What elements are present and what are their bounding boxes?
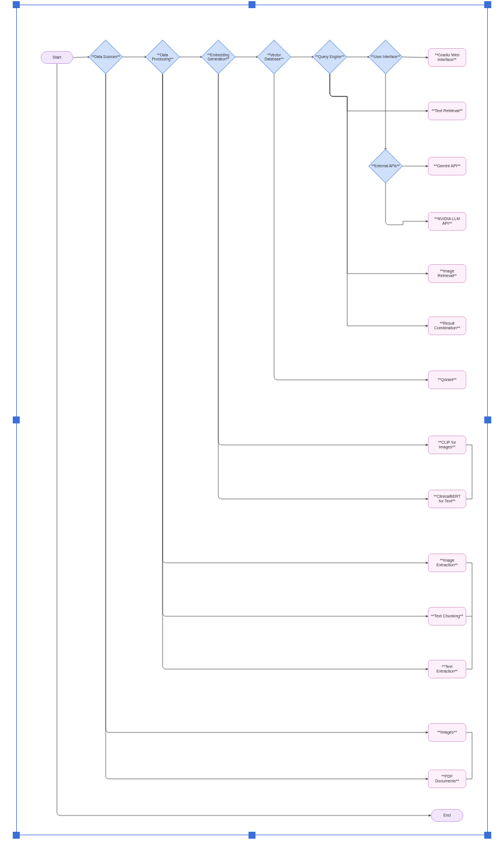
node-label: **Embedding Generation** <box>203 53 234 61</box>
node-label: Start <box>53 55 62 60</box>
node-label: **Result Combination** <box>431 321 463 331</box>
node-data_processing[interactable]: **Data Processing** <box>147 41 178 73</box>
handle-nw[interactable] <box>13 1 20 8</box>
node-label: **Text Chunking** <box>431 614 463 619</box>
node-label: **External APIs** <box>370 164 401 168</box>
node-label: **Images** <box>437 730 457 735</box>
node-label: **Query Engine** <box>314 55 345 59</box>
node-vector_db[interactable]: **Vector Database** <box>258 41 290 73</box>
node-label: **CLIP for Images** <box>431 440 463 450</box>
handle-n[interactable] <box>249 1 255 8</box>
handle-s[interactable] <box>249 832 255 839</box>
handle-ne[interactable] <box>484 1 491 8</box>
node-label: End <box>444 813 451 818</box>
node-label: **Data Processing** <box>147 53 178 61</box>
node-label: **User Interface** <box>370 55 401 59</box>
node-label: **PDF Documents** <box>431 774 463 784</box>
node-label: **Qdrant** <box>438 378 456 382</box>
node-label: **Gradio Web Interface** <box>431 53 463 63</box>
selection-frame <box>16 5 488 835</box>
handle-se[interactable] <box>484 832 491 839</box>
node-gemini[interactable]: **Gemini API** <box>428 157 466 175</box>
node-label: **NVIDIA LLM API** <box>431 217 463 227</box>
node-text_chunking[interactable]: **Text Chunking** <box>428 607 466 626</box>
node-label: **Image Retrieval** <box>431 269 463 279</box>
node-result_comb[interactable]: **Result Combination** <box>428 317 466 335</box>
node-image_extraction[interactable]: **Image Extraction** <box>428 554 466 572</box>
node-qdrant[interactable]: **Qdrant** <box>428 371 466 389</box>
node-label: **Text Retrieval** <box>431 109 462 113</box>
node-label: **ClinicalBERT for Text** <box>431 494 463 504</box>
handle-e[interactable] <box>484 416 491 423</box>
node-label: **Data Sources** <box>90 55 121 59</box>
node-end[interactable]: End <box>431 809 463 822</box>
diagram-canvas[interactable]: Start**Data Sources****Data Processing**… <box>0 0 504 848</box>
node-label: **Image Extraction** <box>431 558 463 568</box>
node-external_apis[interactable]: **External APIs** <box>370 150 401 182</box>
node-query_engine[interactable]: **Query Engine** <box>314 41 345 73</box>
node-image_retrieval[interactable]: **Image Retrieval** <box>428 264 466 283</box>
node-images[interactable]: **Images** <box>428 723 466 742</box>
node-embedding_gen[interactable]: **Embedding Generation** <box>203 41 234 73</box>
node-label: **Text Extraction** <box>431 664 463 674</box>
node-pdf_docs[interactable]: **PDF Documents** <box>428 770 466 788</box>
node-data_sources[interactable]: **Data Sources** <box>90 41 121 73</box>
edges-layer <box>0 0 504 848</box>
node-user_interface[interactable]: **User Interface** <box>370 41 401 73</box>
handle-sw[interactable] <box>13 832 20 839</box>
node-gradio[interactable]: **Gradio Web Interface** <box>428 48 466 67</box>
node-text_extraction[interactable]: **Text Extraction** <box>428 660 466 678</box>
node-start[interactable]: Start <box>41 51 73 64</box>
node-nvidia[interactable]: **NVIDIA LLM API** <box>428 212 466 231</box>
node-label: **Vector Database** <box>258 53 290 61</box>
node-clinicalbert[interactable]: **ClinicalBERT for Text** <box>428 490 466 508</box>
node-text_retrieval[interactable]: **Text Retrieval** <box>428 102 466 120</box>
node-label: **Gemini API** <box>434 164 460 168</box>
handle-w[interactable] <box>13 416 20 423</box>
node-clip_images[interactable]: **CLIP for Images** <box>428 436 466 454</box>
